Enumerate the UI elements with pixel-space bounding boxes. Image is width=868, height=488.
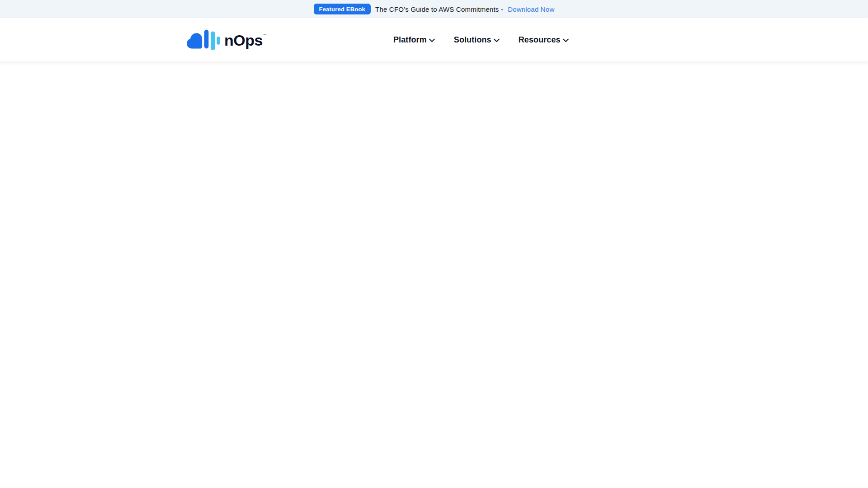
- nops-logo-text: nOps: [224, 31, 263, 48]
- chevron-down-icon: [494, 39, 500, 42]
- nav-item-resources[interactable]: Resources: [519, 35, 569, 45]
- nav-item-resources-label: Resources: [519, 35, 561, 45]
- announcement-banner: Featured EBook The CFO’s Guide to AWS Co…: [0, 0, 868, 18]
- page-content: [0, 61, 868, 488]
- nops-logo-mark-icon: [187, 29, 220, 51]
- trademark-symbol: ™: [263, 33, 267, 37]
- nav-item-platform-label: Platform: [393, 35, 427, 45]
- site-header: nOps ™ Platform Solutions Resources: [0, 18, 868, 61]
- nav-item-solutions-label: Solutions: [454, 35, 491, 45]
- chevron-down-icon: [563, 39, 569, 42]
- nops-logo[interactable]: nOps ™: [187, 29, 267, 51]
- featured-ebook-badge: Featured EBook: [314, 4, 371, 14]
- nav-item-platform[interactable]: Platform: [393, 35, 435, 45]
- nav-item-solutions[interactable]: Solutions: [454, 35, 500, 45]
- banner-message: The CFO’s Guide to AWS Commitments -: [375, 5, 503, 13]
- download-now-link[interactable]: Download Now: [508, 5, 554, 13]
- chevron-down-icon: [429, 39, 435, 42]
- header-inner: nOps ™ Platform Solutions Resources: [0, 18, 868, 61]
- nops-wordmark: nOps ™: [224, 31, 267, 48]
- main-navigation: Platform Solutions Resources: [393, 35, 569, 45]
